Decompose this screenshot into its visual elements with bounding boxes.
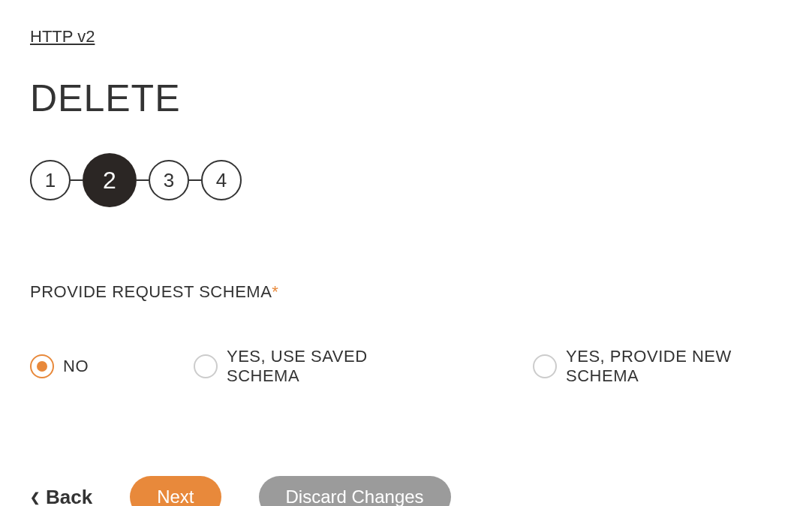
step-2[interactable]: 2 <box>83 153 137 207</box>
radio-label: NO <box>63 357 89 376</box>
button-row: ❮ Back Next Discard Changes <box>30 476 782 506</box>
step-1[interactable]: 1 <box>30 160 71 200</box>
step-connector <box>137 179 149 181</box>
radio-label: YES, PROVIDE NEW SCHEMA <box>566 347 782 386</box>
step-4[interactable]: 4 <box>201 160 242 200</box>
radio-dot-icon <box>37 361 47 372</box>
radio-circle-icon <box>194 354 218 378</box>
page-title: DELETE <box>30 77 782 120</box>
section-label: PROVIDE REQUEST SCHEMA* <box>30 282 782 302</box>
radio-option-no[interactable]: NO <box>30 347 89 386</box>
back-button[interactable]: ❮ Back <box>30 486 92 507</box>
breadcrumb-link[interactable]: HTTP v2 <box>30 27 95 47</box>
step-connector <box>189 179 201 181</box>
radio-circle-icon <box>30 354 54 378</box>
step-3[interactable]: 3 <box>149 160 189 200</box>
chevron-left-icon: ❮ <box>30 490 40 504</box>
radio-option-new-schema[interactable]: YES, PROVIDE NEW SCHEMA <box>533 347 782 386</box>
stepper: 1 2 3 4 <box>30 153 782 207</box>
radio-circle-icon <box>533 354 557 378</box>
radio-group: NO YES, USE SAVED SCHEMA YES, PROVIDE NE… <box>30 347 782 386</box>
step-connector <box>71 179 83 181</box>
radio-option-saved-schema[interactable]: YES, USE SAVED SCHEMA <box>194 347 420 386</box>
next-button[interactable]: Next <box>130 476 221 506</box>
required-asterisk: * <box>272 282 278 301</box>
discard-changes-button[interactable]: Discard Changes <box>259 476 451 506</box>
radio-label: YES, USE SAVED SCHEMA <box>227 347 420 386</box>
back-button-label: Back <box>46 486 92 507</box>
section-label-text: PROVIDE REQUEST SCHEMA <box>30 282 272 301</box>
